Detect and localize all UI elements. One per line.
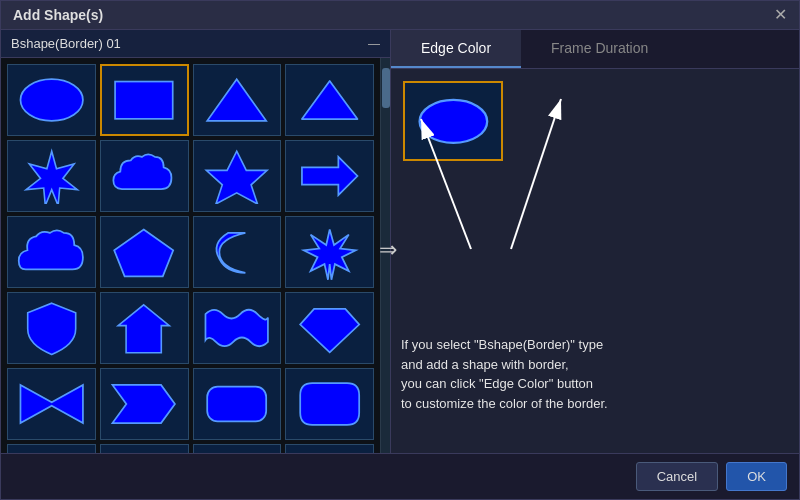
tabs-bar: Edge Color Frame Duration xyxy=(391,30,799,69)
shapes-grid-container xyxy=(1,58,390,453)
shape-cell-rounded-triangle[interactable] xyxy=(285,64,374,136)
svg-marker-11 xyxy=(113,385,175,423)
shape-cell-badge[interactable] xyxy=(285,368,374,440)
preview-shape-cell xyxy=(403,81,503,161)
dialog-title: Add Shape(s) xyxy=(13,7,103,23)
shape-cell-blob[interactable] xyxy=(193,444,282,453)
shape-cell-cloud[interactable] xyxy=(100,140,189,212)
panel-title: Bshape(Border) 01 xyxy=(11,36,121,51)
shape-cell-cloud2[interactable] xyxy=(7,216,96,288)
shape-cell-shield[interactable] xyxy=(7,292,96,364)
svg-marker-6 xyxy=(302,157,358,195)
shape-cell-rounded-rect[interactable] xyxy=(193,368,282,440)
svg-rect-1 xyxy=(115,81,173,118)
svg-rect-12 xyxy=(207,387,266,422)
right-content: If you select "Bshape(Border)" type and … xyxy=(391,69,799,453)
shapes-grid xyxy=(1,58,380,453)
svg-marker-8 xyxy=(119,305,170,353)
svg-marker-4 xyxy=(26,151,77,204)
panel-minimize-button[interactable]: — xyxy=(368,37,380,51)
shape-cell-rect2[interactable] xyxy=(100,444,189,453)
dialog-body: Bshape(Border) 01 — xyxy=(1,30,799,453)
shape-cell-ellipse[interactable] xyxy=(7,64,96,136)
close-button[interactable]: ✕ xyxy=(774,7,787,23)
scrollbar-thumb[interactable] xyxy=(382,68,390,108)
svg-marker-7 xyxy=(115,229,174,276)
svg-point-16 xyxy=(419,99,487,142)
titlebar: Add Shape(s) ✕ xyxy=(1,1,799,30)
ok-button[interactable]: OK xyxy=(726,462,787,491)
shape-cell-bowtie[interactable] xyxy=(7,368,96,440)
dialog-footer: Cancel OK xyxy=(1,453,799,499)
svg-point-0 xyxy=(20,79,82,121)
scrollbar[interactable] xyxy=(380,58,390,453)
shape-cell-gem[interactable] xyxy=(285,292,374,364)
shape-cell-moon[interactable] xyxy=(193,216,282,288)
right-panel: Edge Color Frame Duration If you select … xyxy=(391,30,799,453)
shape-cell-wave[interactable] xyxy=(193,292,282,364)
annotation-text: If you select "Bshape(Border)" type and … xyxy=(401,335,789,413)
svg-marker-5 xyxy=(206,151,267,204)
cancel-button[interactable]: Cancel xyxy=(636,462,718,491)
shape-cell-chevron[interactable] xyxy=(100,368,189,440)
shape-cell-star6[interactable] xyxy=(193,140,282,212)
panel-header: Bshape(Border) 01 — xyxy=(1,30,390,58)
tab-frame-duration[interactable]: Frame Duration xyxy=(521,30,678,68)
shape-cell-ellipse2[interactable] xyxy=(285,444,374,453)
tab-edge-color[interactable]: Edge Color xyxy=(391,30,521,68)
shape-cell-star8[interactable] xyxy=(7,140,96,212)
shape-cell-star8b[interactable] xyxy=(285,216,374,288)
shape-cell-arrow-right[interactable] xyxy=(285,140,374,212)
shape-cell-triangle[interactable] xyxy=(193,64,282,136)
shape-cell-trapezoid[interactable] xyxy=(7,444,96,453)
svg-marker-3 xyxy=(302,81,358,119)
svg-line-17 xyxy=(511,99,561,249)
svg-marker-2 xyxy=(207,79,266,121)
shape-cell-house[interactable] xyxy=(100,292,189,364)
left-panel: Bshape(Border) 01 — xyxy=(1,30,391,453)
add-shapes-dialog: Add Shape(s) ✕ Bshape(Border) 01 — xyxy=(0,0,800,500)
shape-cell-pentagon[interactable] xyxy=(100,216,189,288)
svg-marker-9 xyxy=(300,309,359,352)
svg-marker-10 xyxy=(20,385,82,423)
shape-cell-rectangle[interactable] xyxy=(100,64,189,136)
